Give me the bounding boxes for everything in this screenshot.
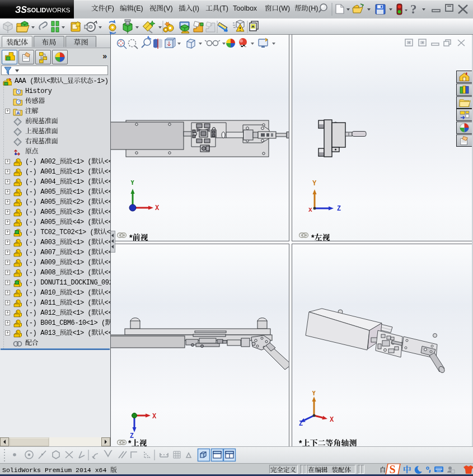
svg-text:X: X [330, 416, 334, 424]
svg-text:中: 中 [403, 464, 411, 475]
svg-text:Y: Y [312, 391, 316, 398]
svg-text:A: A [17, 110, 20, 115]
svg-text:Z: Z [299, 420, 303, 428]
svg-text:X: X [308, 207, 312, 213]
svg-text:S: S [390, 464, 396, 475]
svg-text:X: X [152, 413, 157, 421]
svg-text:X: X [155, 204, 160, 212]
svg-text:Y: Y [130, 180, 135, 187]
svg-text:?: ? [410, 2, 417, 16]
svg-text:Z: Z [337, 205, 341, 213]
svg-text:Y: Y [312, 180, 317, 188]
